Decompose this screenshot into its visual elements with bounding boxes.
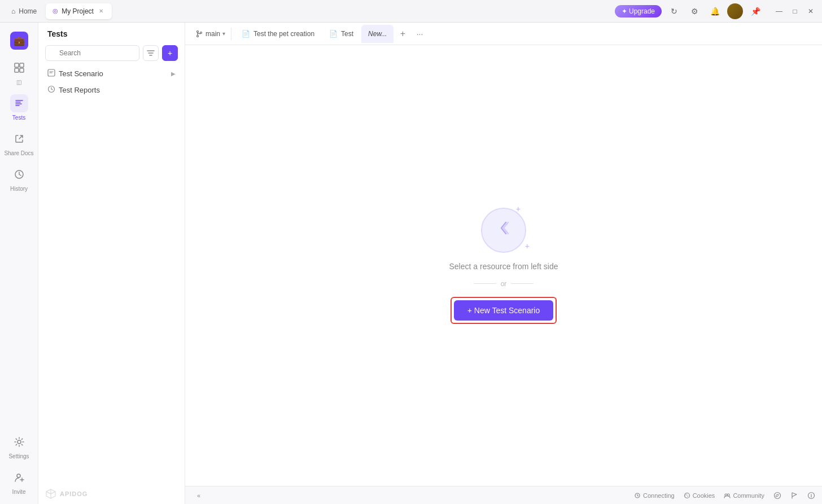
sidebar-invite-label: Invite <box>12 489 26 495</box>
home-tab[interactable]: ⌂ Home <box>5 3 43 19</box>
sidebar-item-history[interactable]: History <box>0 161 38 196</box>
community-label: Community <box>733 492 764 499</box>
tab-test[interactable]: 📄 Test <box>322 25 360 43</box>
project-icon: ◎ <box>53 7 58 15</box>
test-scenario-label: Test Scenario <box>59 69 168 78</box>
svg-point-13 <box>684 493 689 498</box>
more-tabs-button[interactable]: ··· <box>412 26 427 42</box>
tab-pet-label: Test the pet creation <box>253 30 314 38</box>
minimize-button[interactable]: — <box>772 5 786 18</box>
project-tab-label: My Project <box>62 7 94 15</box>
tab-test-label: Test <box>341 30 353 38</box>
home-icon: ⌂ <box>11 7 15 15</box>
test-scenario-arrow: ▶ <box>171 71 176 77</box>
svg-point-10 <box>197 35 199 37</box>
collapse-button[interactable]: « <box>192 489 206 502</box>
connecting-label: Connecting <box>643 492 675 499</box>
new-test-scenario-button[interactable]: + New Test Scenario <box>454 300 554 321</box>
sidebar-item-apis[interactable]: ◫ <box>0 54 38 90</box>
cookies-icon <box>684 492 690 499</box>
sidebar-settings-label: Settings <box>8 453 29 459</box>
sidebar-apis-label: ◫ <box>16 79 21 85</box>
connecting-icon <box>634 492 641 499</box>
project-tab[interactable]: ◎ My Project ✕ <box>46 3 112 19</box>
svg-point-16 <box>687 494 687 494</box>
compass-icon <box>773 492 781 499</box>
titlebar-right: ✦ Upgrade ↻ ⚙ 🔔 📌 — □ ✕ <box>615 3 817 19</box>
status-right: Connecting Cookies Community <box>634 492 815 499</box>
tree-item-test-scenario[interactable]: Test Scenario ▶ <box>38 65 185 82</box>
titlebar-tabs: ⌂ Home ◎ My Project ✕ <box>5 3 615 19</box>
sidebar-item-briefcase[interactable]: 💼 <box>0 27 38 54</box>
home-tab-label: Home <box>19 7 37 15</box>
tab-new[interactable]: New... <box>361 25 393 43</box>
empty-state: Select a resource from left side or + Ne… <box>449 208 558 324</box>
filter-button[interactable] <box>143 45 159 61</box>
status-bar: « Connecting Cookies Community <box>185 486 822 504</box>
panel-sidebar: Tests 🔍 + Test Scenario ▶ <box>38 23 185 504</box>
branch-selector[interactable]: main ▾ <box>190 28 231 40</box>
tab-new-label: New... <box>368 30 387 38</box>
tab-test-pet-creation[interactable]: 📄 Test the pet creation <box>235 25 321 43</box>
connecting-status[interactable]: Connecting <box>634 492 675 499</box>
svg-point-11 <box>200 32 202 33</box>
svg-rect-2 <box>15 68 19 72</box>
status-icon-1[interactable] <box>773 492 781 499</box>
refresh-icon[interactable]: ↻ <box>666 3 682 19</box>
sidebar-item-invite[interactable]: Invite <box>0 464 38 499</box>
apidog-logo: APIDOG <box>38 484 185 504</box>
divider: or <box>474 280 534 288</box>
status-icon-2[interactable] <box>790 492 798 499</box>
sidebar-item-share-docs[interactable]: Share Docs <box>0 125 38 161</box>
new-scenario-highlight: + New Test Scenario <box>451 297 557 324</box>
svg-rect-3 <box>20 68 24 72</box>
apidog-logo-text: APIDOG <box>60 490 88 497</box>
sidebar-history-label: History <box>10 186 28 192</box>
cookies-status[interactable]: Cookies <box>684 492 715 499</box>
or-text: or <box>501 280 507 288</box>
svg-rect-1 <box>20 63 24 67</box>
pin-icon[interactable]: 📌 <box>747 3 763 19</box>
sidebar-item-settings[interactable]: Settings <box>0 428 38 464</box>
close-button[interactable]: ✕ <box>804 5 817 18</box>
tab-test-icon: 📄 <box>329 30 338 38</box>
branch-icon <box>195 30 203 38</box>
settings-icon[interactable]: ⚙ <box>687 3 702 19</box>
status-left: « <box>192 489 206 502</box>
test-reports-label: Test Reports <box>59 86 100 94</box>
tab-bar: main ▾ 📄 Test the pet creation 📄 Test Ne… <box>185 23 822 45</box>
cookies-label: Cookies <box>693 492 715 499</box>
info-icon <box>807 492 815 499</box>
project-tab-close[interactable]: ✕ <box>97 7 105 15</box>
tree-item-test-reports[interactable]: Test Reports <box>38 82 185 98</box>
avatar[interactable] <box>727 3 743 19</box>
titlebar: ⌂ Home ◎ My Project ✕ ✦ Upgrade ↻ ⚙ 🔔 📌 … <box>0 0 822 23</box>
content-area: main ▾ 📄 Test the pet creation 📄 Test Ne… <box>185 23 822 504</box>
community-status[interactable]: Community <box>724 492 764 499</box>
test-reports-icon <box>47 85 55 95</box>
svg-point-9 <box>197 30 199 32</box>
panel-header: Tests <box>38 23 185 43</box>
empty-icon <box>493 218 514 242</box>
upgrade-button[interactable]: ✦ Upgrade <box>615 5 662 17</box>
tab-pet-icon: 📄 <box>242 30 250 38</box>
new-tab-button[interactable]: + <box>395 26 410 42</box>
svg-point-15 <box>687 496 688 497</box>
svg-point-5 <box>18 440 21 444</box>
panel-title: Tests <box>47 29 68 38</box>
add-button[interactable]: + <box>162 45 178 61</box>
icon-sidebar-bottom: Settings Invite <box>0 428 38 499</box>
flag-icon <box>790 492 798 499</box>
svg-point-19 <box>775 492 781 498</box>
search-input[interactable] <box>45 45 139 61</box>
test-scenario-icon <box>47 69 55 78</box>
bell-icon[interactable]: 🔔 <box>707 3 723 19</box>
apidog-logo-icon <box>45 488 56 499</box>
status-icon-3[interactable] <box>807 492 815 499</box>
svg-point-6 <box>17 474 20 477</box>
branch-label: main <box>206 30 220 38</box>
svg-rect-0 <box>15 63 19 67</box>
maximize-button[interactable]: □ <box>788 5 802 18</box>
content-main: Select a resource from left side or + Ne… <box>185 45 822 486</box>
sidebar-item-tests[interactable]: Tests <box>0 90 38 125</box>
